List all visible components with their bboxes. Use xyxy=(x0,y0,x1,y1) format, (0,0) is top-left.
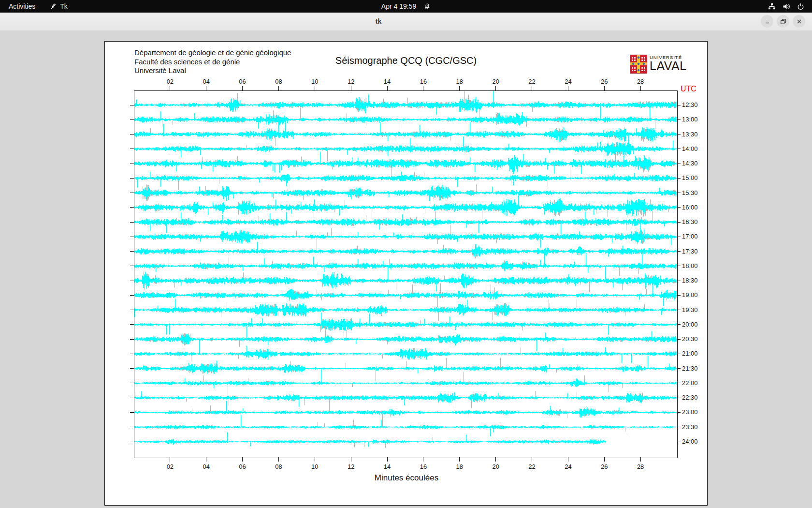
row-tick-right xyxy=(677,164,681,164)
x-tick-label-bottom: 26 xyxy=(598,463,610,470)
x-tick-label-top: 22 xyxy=(526,78,538,85)
row-time-label: 22:30 xyxy=(682,394,698,402)
row-tick-left xyxy=(130,193,134,193)
window-title-bar[interactable]: tk xyxy=(0,13,812,31)
x-tick-label-bottom: 08 xyxy=(272,463,285,470)
x-tick-label-bottom: 16 xyxy=(417,463,430,470)
row-tick-left xyxy=(130,266,134,266)
row-tick-right xyxy=(677,251,681,252)
row-time-label: 23:00 xyxy=(682,408,698,416)
row-time-label: 18:00 xyxy=(682,262,698,270)
x-tick-label-bottom: 24 xyxy=(562,463,574,470)
x-tick-bottom xyxy=(387,457,388,462)
maximize-button[interactable] xyxy=(777,15,789,28)
x-tick-bottom xyxy=(170,457,170,462)
volume-icon[interactable] xyxy=(783,3,790,10)
row-tick-right xyxy=(677,120,681,120)
power-icon[interactable] xyxy=(797,3,804,10)
x-tick-bottom xyxy=(278,457,279,462)
x-tick-label-top: 14 xyxy=(381,78,393,85)
gnome-top-bar: Activities Tk Apr 4 19:59 xyxy=(0,0,812,13)
clock-label: Apr 4 19:59 xyxy=(381,2,416,10)
x-tick-label-top: 08 xyxy=(272,78,285,85)
x-tick-bottom xyxy=(640,457,641,462)
row-tick-right xyxy=(677,193,681,193)
row-tick-left xyxy=(130,339,134,340)
clock-menu[interactable]: Apr 4 19:59 xyxy=(381,2,431,10)
row-tick-left xyxy=(130,412,134,413)
minimize-button[interactable] xyxy=(761,15,773,28)
x-tick-top xyxy=(278,86,279,90)
row-tick-left xyxy=(130,310,134,310)
seismograph-canvas: Département de géologie et de génie géol… xyxy=(104,41,708,506)
x-tick-label-top: 28 xyxy=(634,78,647,85)
x-tick-label-top: 04 xyxy=(200,78,213,85)
x-tick-bottom xyxy=(315,457,315,462)
row-tick-left xyxy=(130,442,134,442)
row-time-label: 20:00 xyxy=(682,321,698,329)
row-tick-right xyxy=(677,339,681,340)
row-time-label: 24:00 xyxy=(682,438,698,446)
row-time-label: 17:30 xyxy=(682,248,698,255)
x-tick-label-bottom: 10 xyxy=(308,463,321,470)
activities-button[interactable]: Activities xyxy=(7,2,37,10)
x-tick-top xyxy=(387,86,388,90)
row-tick-left xyxy=(130,281,134,281)
row-time-label: 16:00 xyxy=(682,204,698,211)
row-tick-right xyxy=(677,442,681,442)
x-tick-label-bottom: 04 xyxy=(200,463,213,470)
x-tick-top xyxy=(423,86,423,90)
x-tick-top xyxy=(568,86,568,90)
row-time-label: 18:30 xyxy=(682,277,698,284)
row-tick-right xyxy=(677,222,681,223)
x-tick-label-top: 12 xyxy=(345,78,357,85)
x-tick-bottom xyxy=(495,457,496,462)
row-tick-left xyxy=(130,324,134,325)
x-tick-top xyxy=(604,86,605,90)
x-tick-bottom xyxy=(423,457,423,462)
x-tick-top xyxy=(495,86,496,90)
x-tick-top xyxy=(640,86,641,90)
x-tick-label-top: 02 xyxy=(164,78,176,85)
x-tick-bottom xyxy=(568,457,568,462)
x-tick-label-top: 16 xyxy=(417,78,430,85)
row-time-label: 13:30 xyxy=(682,131,698,138)
close-button[interactable] xyxy=(793,15,805,28)
x-tick-label-bottom: 20 xyxy=(490,463,502,470)
row-tick-left xyxy=(130,237,134,237)
tk-feather-icon xyxy=(50,3,57,10)
x-tick-top xyxy=(170,86,170,90)
x-tick-bottom xyxy=(532,457,532,462)
x-tick-label-bottom: 18 xyxy=(453,463,466,470)
row-tick-right xyxy=(677,354,681,354)
x-tick-label-bottom: 14 xyxy=(381,463,393,470)
row-time-label: 13:00 xyxy=(682,116,698,123)
row-tick-right xyxy=(677,295,681,296)
row-time-label: 21:30 xyxy=(682,365,698,373)
row-tick-left xyxy=(130,354,134,354)
row-tick-left xyxy=(130,134,134,134)
row-tick-left xyxy=(130,207,134,208)
x-tick-top xyxy=(242,86,243,90)
row-time-label: 16:30 xyxy=(682,218,698,226)
row-tick-right xyxy=(677,324,681,325)
row-tick-left xyxy=(130,105,134,105)
row-tick-left xyxy=(130,222,134,223)
row-tick-right xyxy=(677,178,681,179)
x-tick-label-top: 24 xyxy=(562,78,574,85)
x-tick-label-bottom: 12 xyxy=(345,463,357,470)
row-tick-left xyxy=(130,149,134,149)
network-wired-icon[interactable] xyxy=(768,3,776,10)
x-tick-label-top: 26 xyxy=(598,78,610,85)
x-tick-label-top: 18 xyxy=(453,78,466,85)
x-tick-bottom xyxy=(459,457,460,462)
row-tick-left xyxy=(130,427,134,427)
app-indicator[interactable]: Tk xyxy=(50,2,68,10)
row-tick-left xyxy=(130,295,134,296)
row-tick-left xyxy=(130,120,134,120)
row-time-label: 19:30 xyxy=(682,306,698,314)
row-time-label: 23:30 xyxy=(682,423,698,431)
row-tick-right xyxy=(677,427,681,427)
row-tick-right xyxy=(677,105,681,105)
row-tick-right xyxy=(677,412,681,413)
